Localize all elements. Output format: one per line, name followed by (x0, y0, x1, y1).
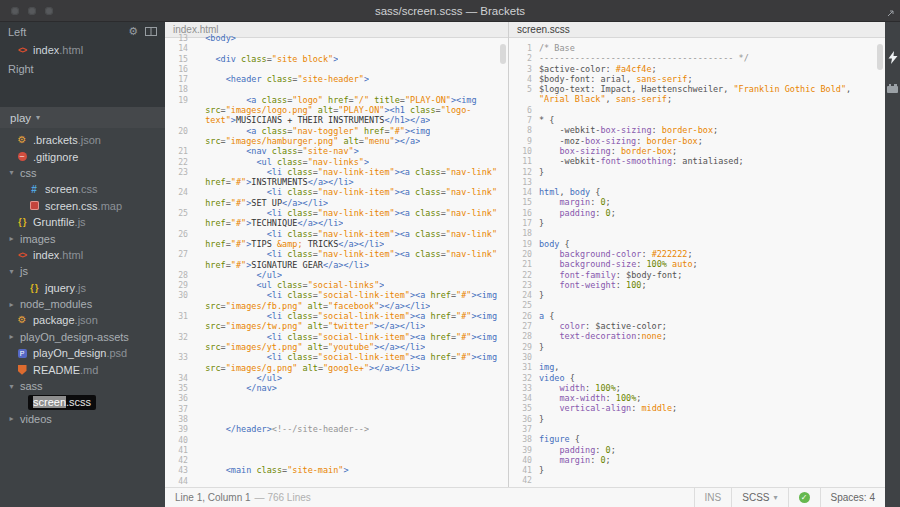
line-number (165, 321, 195, 331)
line-number: 34 (165, 373, 195, 383)
indent-setting[interactable]: Spaces: 4 (820, 488, 885, 507)
lint-status[interactable]: ✓ (788, 488, 820, 507)
line-number: 23 (509, 280, 539, 290)
live-preview-icon[interactable] (887, 50, 899, 68)
line-number: 17 (165, 74, 195, 84)
code-line: 1/* Base (509, 43, 885, 53)
js-file-icon: { } (16, 217, 28, 227)
tree-file-.brackets.json[interactable]: ⚙.brackets.json (0, 132, 165, 148)
zoom-window-button[interactable] (45, 7, 53, 15)
line-number: 29 (509, 342, 539, 352)
chevron-down-icon: ▾ (36, 113, 40, 122)
tree-folder-node_modules[interactable]: ▸node_modules (0, 296, 165, 312)
line-number (509, 94, 539, 104)
rename-input[interactable]: screen.scss (28, 395, 96, 410)
tree-folder-playOn_design-assets[interactable]: ▸playOn_design-assets (0, 329, 165, 345)
line-number: 35 (165, 383, 195, 393)
chevron-right-icon[interactable]: ▸ (7, 332, 16, 341)
code-line: 25 <li class="nav-link-item"><a class="n… (165, 208, 508, 218)
line-number: 17 (509, 218, 539, 228)
tree-folder-images[interactable]: ▸images (0, 230, 165, 246)
insert-mode-toggle[interactable]: INS (694, 488, 732, 507)
tree-folder-css[interactable]: ▾css (0, 165, 165, 181)
code-editor-screen-scss[interactable]: 1/* Base2-------------------------------… (509, 38, 885, 486)
code-line: 18 (165, 84, 508, 94)
line-number: 11 (509, 156, 539, 166)
file-name: Gruntfile (33, 216, 75, 228)
scrollbar-thumb[interactable] (877, 44, 883, 70)
line-number: 22 (509, 270, 539, 280)
line-number: 38 (165, 414, 195, 424)
tree-file-jquery.js[interactable]: { }jquery.js (0, 280, 165, 296)
code-line: src="images/fb.png" alt="facebook"></a><… (165, 301, 508, 311)
chevron-right-icon[interactable]: ▸ (7, 234, 16, 243)
line-number: 8 (509, 125, 539, 135)
tree-file-Gruntfile.js[interactable]: { }Gruntfile.js (0, 214, 165, 230)
tree-file-screen.css[interactable]: #screen.css (0, 181, 165, 197)
readme-file-icon (16, 365, 28, 375)
tree-file-index.html[interactable]: <>index.html (0, 247, 165, 263)
line-number: 25 (509, 300, 539, 310)
working-set-file[interactable]: <>index.html (0, 41, 165, 59)
code-line: 34 max-width: 100%; (509, 393, 885, 403)
chevron-down-icon[interactable]: ▾ (7, 382, 16, 391)
line-number: 31 (509, 362, 539, 372)
line-number: 21 (165, 146, 195, 156)
tree-folder-videos[interactable]: ▸videos (0, 411, 165, 427)
tree-file-playOn_design.psd[interactable]: PplayOn_design.psd (0, 345, 165, 361)
code-line: 36} (509, 414, 885, 424)
tree-file-README.md[interactable]: README.md (0, 361, 165, 377)
code-line: href="#">SET UP</a></li> (165, 198, 508, 208)
line-number: 38 (509, 434, 539, 444)
line-number: 30 (165, 290, 195, 300)
file-ext: .js (75, 282, 86, 294)
code-line: 31 <li class="social-link-item"><a href=… (165, 311, 508, 321)
tree-folder-sass[interactable]: ▾sass (0, 378, 165, 394)
working-set-header-left: Left ⚙ (0, 22, 165, 41)
html-file-icon: <> (16, 45, 28, 55)
tree-file-screen.scss[interactable]: screen.scss (0, 394, 165, 410)
line-number: 16 (509, 208, 539, 218)
scrollbar-thumb[interactable] (500, 44, 506, 64)
tree-file-screen.css.map[interactable]: screen.css.map (0, 198, 165, 214)
code-line: 5$logo-text: Impact, Haettenschweiler, "… (509, 84, 885, 94)
line-number: 25 (165, 208, 195, 218)
chevron-right-icon[interactable]: ▸ (7, 414, 16, 423)
code-line: 37 (509, 424, 885, 434)
line-number: 13 (165, 33, 195, 43)
git-file-icon: – (16, 152, 28, 161)
line-number: 23 (165, 167, 195, 177)
project-dropdown[interactable]: play ▾ (0, 107, 165, 128)
chevron-right-icon[interactable]: ▸ (7, 300, 16, 309)
tree-folder-js[interactable]: ▾js (0, 263, 165, 279)
code-editor-index-html[interactable]: 13 <body>1415 <div class="site block">16… (165, 33, 508, 487)
split-view-icon[interactable] (145, 26, 157, 38)
line-number: 19 (165, 95, 195, 105)
folder-name: videos (20, 413, 52, 425)
chevron-down-icon: ▾ (774, 493, 778, 502)
chevron-down-icon[interactable]: ▾ (7, 168, 16, 177)
code-line: 19 <a class="logo" href="/" title="PLAY-… (165, 95, 508, 105)
tree-file-package.json[interactable]: ⚙package.json (0, 312, 165, 328)
file-name: index (33, 249, 59, 261)
fullscreen-icon[interactable] (885, 5, 896, 23)
minimize-window-button[interactable] (28, 7, 36, 15)
code-line: 44 (165, 476, 508, 486)
language-selector[interactable]: SCSS ▾ (731, 488, 787, 507)
line-number: 27 (509, 321, 539, 331)
line-number: 37 (165, 404, 195, 414)
psd-file-icon: P (16, 349, 28, 358)
tree-file-.gitignore[interactable]: –.gitignore (0, 148, 165, 164)
line-number: 26 (165, 229, 195, 239)
line-number: 14 (509, 187, 539, 197)
close-window-button[interactable] (11, 7, 19, 15)
code-line: 34 </ul> (165, 373, 508, 383)
cursor-position: Line 1, Column 1 (175, 492, 251, 503)
code-line: href="#">TECHNIQUE</a></li> (165, 218, 508, 228)
chevron-down-icon[interactable]: ▾ (7, 267, 16, 276)
pane-header-right[interactable]: screen.scss (509, 22, 885, 38)
code-line: 22 font-family: $body-font; (509, 270, 885, 280)
working-set-settings-icon[interactable]: ⚙ (128, 26, 138, 37)
extension-manager-icon[interactable] (887, 86, 898, 93)
line-number: 22 (165, 157, 195, 167)
